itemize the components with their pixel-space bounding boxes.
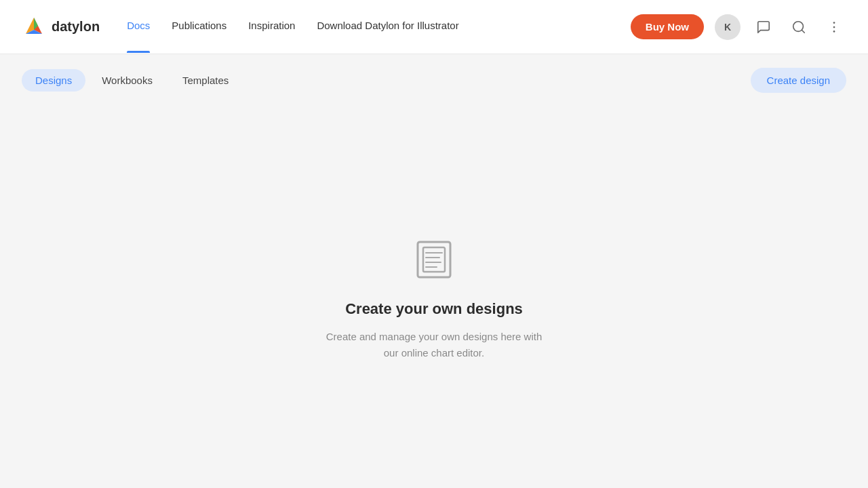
avatar-button[interactable]: K [715, 14, 741, 40]
search-icon [791, 20, 806, 35]
create-design-button[interactable]: Create design [751, 68, 846, 93]
more-icon [827, 20, 842, 35]
logo-icon [22, 15, 46, 39]
nav-link-docs[interactable]: Docs [127, 20, 150, 34]
chat-icon [756, 20, 771, 35]
logo-text: datylon [52, 19, 100, 35]
tabs-group: Designs Workbooks Templates [22, 69, 242, 92]
empty-state-description: Create and manage your own designs here … [326, 329, 542, 361]
svg-point-5 [833, 30, 835, 33]
nav-links: Docs Publications Inspiration Download D… [127, 20, 459, 34]
empty-state-icon [410, 235, 458, 284]
nav-link-publications[interactable]: Publications [172, 20, 226, 34]
svg-rect-7 [423, 247, 445, 272]
tab-workbooks[interactable]: Workbooks [88, 69, 166, 92]
svg-line-2 [802, 30, 804, 33]
more-options-button[interactable] [822, 15, 846, 39]
svg-point-4 [833, 26, 835, 28]
tab-designs[interactable]: Designs [22, 69, 85, 92]
main-content: Create your own designs Create and manag… [0, 106, 868, 488]
chat-icon-button[interactable] [751, 15, 776, 39]
search-icon-button[interactable] [787, 15, 811, 39]
nav-link-download[interactable]: Download Datylon for Illustrator [317, 20, 458, 34]
buy-now-button[interactable]: Buy Now [631, 14, 704, 39]
logo[interactable]: datylon [22, 15, 100, 39]
tab-templates[interactable]: Templates [169, 69, 242, 92]
navbar-left: datylon Docs Publications Inspiration Do… [22, 15, 459, 39]
navbar: datylon Docs Publications Inspiration Do… [0, 0, 868, 54]
empty-state: Create your own designs Create and manag… [326, 235, 542, 361]
svg-point-3 [833, 22, 835, 24]
tabs-bar: Designs Workbooks Templates Create desig… [0, 54, 868, 106]
empty-state-title: Create your own designs [345, 300, 523, 318]
navbar-right: Buy Now K [631, 14, 846, 40]
nav-link-inspiration[interactable]: Inspiration [248, 20, 295, 34]
